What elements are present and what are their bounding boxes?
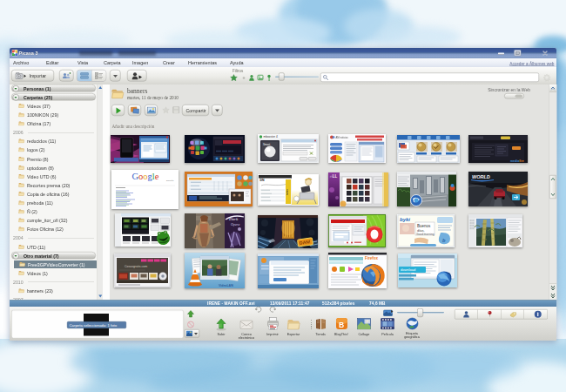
svg-text:AM noticias: AM noticias bbox=[336, 136, 349, 139]
svg-text:download: download bbox=[401, 267, 415, 272]
svg-text:DN: DN bbox=[260, 179, 266, 182]
svg-text:∩LL: ∩LL bbox=[330, 174, 338, 179]
svg-text:Good morning: Good morning bbox=[416, 233, 435, 236]
svg-text:byki: byki bbox=[400, 217, 410, 222]
svg-text:Opera: Opera bbox=[231, 222, 239, 226]
svg-text:Google: Google bbox=[132, 172, 159, 181]
svg-text:Smart: Smart bbox=[263, 143, 270, 146]
svg-text:B: B bbox=[339, 321, 344, 329]
svg-text:Dark: Dark bbox=[228, 217, 239, 221]
svg-text:b: b bbox=[442, 237, 446, 244]
svg-text:news: news bbox=[286, 189, 289, 196]
svg-text:Cosasgratis.com: Cosasgratis.com bbox=[125, 265, 147, 268]
svg-text:mediafire: mediafire bbox=[510, 159, 524, 163]
svg-text:España: España bbox=[166, 179, 174, 182]
svg-text:VideoLAN: VideoLAN bbox=[219, 284, 233, 287]
svg-text:Firefox: Firefox bbox=[365, 256, 379, 260]
svg-text:WORLD: WORLD bbox=[472, 174, 490, 179]
svg-text:mbooster 4: mbooster 4 bbox=[264, 135, 278, 139]
